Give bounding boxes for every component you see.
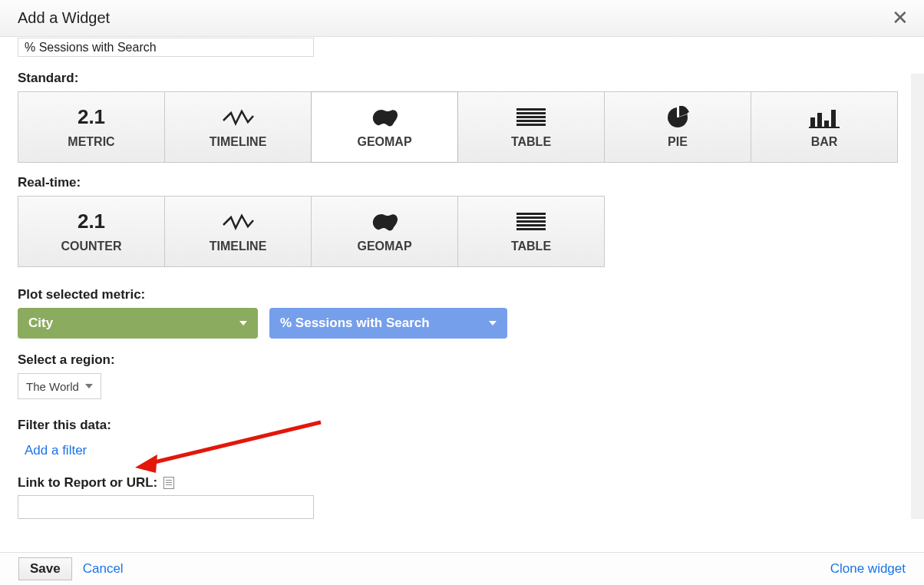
link-input[interactable] [18, 495, 314, 519]
realtime-timeline-button[interactable]: TIMELINE [164, 196, 312, 267]
svg-rect-14 [516, 220, 546, 223]
add-filter-link[interactable]: Add a filter [25, 443, 87, 458]
timeline-icon [222, 210, 254, 233]
metric-select[interactable]: % Sessions with Search [269, 308, 507, 339]
close-icon[interactable]: ✕ [886, 3, 915, 33]
dialog-header: Add a Widget ✕ [0, 0, 924, 37]
svg-marker-18 [135, 454, 157, 473]
dimension-select[interactable]: City [18, 308, 258, 339]
svg-rect-9 [824, 121, 829, 127]
realtime-label: Real-time: [18, 175, 906, 190]
dialog-content: Standard: 2.1METRIC TIMELINE GEOMAP TABL… [0, 37, 924, 552]
standard-metric-button[interactable]: 2.1METRIC [18, 91, 165, 163]
save-button[interactable]: Save [18, 557, 72, 580]
bar-icon [809, 106, 840, 129]
document-icon [163, 477, 174, 489]
realtime-row: 2.1COUNTER TIMELINE GEOMAP TABLE [18, 196, 906, 267]
plot-label: Plot selected metric: [18, 287, 906, 302]
widget-type-label: TABLE [511, 135, 551, 149]
realtime-geomap-button[interactable]: GEOMAP [311, 196, 458, 267]
cancel-link[interactable]: Cancel [83, 561, 124, 577]
svg-rect-7 [810, 117, 815, 127]
table-icon [516, 106, 546, 129]
dimension-value: City [28, 316, 53, 331]
svg-rect-0 [516, 108, 546, 111]
widget-type-label: BAR [811, 135, 838, 149]
svg-rect-15 [516, 224, 546, 226]
scrollbar[interactable] [911, 74, 924, 519]
realtime-table-button[interactable]: TABLE [457, 196, 605, 267]
standard-pie-button[interactable]: PIE [604, 91, 751, 163]
region-label: Select a region: [18, 352, 906, 368]
realtime-counter-button[interactable]: 2.1COUNTER [18, 196, 165, 267]
table-icon [516, 210, 546, 233]
timeline-icon [222, 106, 254, 129]
standard-label: Standard: [18, 71, 906, 86]
chevron-down-icon [489, 321, 497, 326]
geomap-icon [369, 106, 400, 129]
clone-widget-link[interactable]: Clone widget [830, 561, 906, 577]
svg-rect-12 [516, 213, 546, 215]
chevron-down-icon [239, 321, 247, 326]
svg-rect-10 [831, 110, 836, 127]
widget-type-label: TIMELINE [210, 240, 267, 253]
region-value: The World [26, 380, 79, 393]
dialog-footer: Save Cancel Clone widget [0, 552, 924, 585]
chevron-down-icon [85, 384, 93, 388]
region-select[interactable]: The World [18, 373, 101, 399]
widget-type-label: TABLE [511, 240, 551, 253]
widget-type-label: COUNTER [61, 240, 121, 253]
metric-icon: 2.1 [78, 210, 105, 233]
svg-rect-11 [809, 127, 840, 128]
standard-bar-button[interactable]: BAR [751, 91, 898, 163]
geomap-icon [369, 210, 400, 233]
plot-row: City % Sessions with Search [18, 308, 906, 339]
filter-label: Filter this data: [18, 418, 906, 433]
widget-type-label: METRIC [68, 135, 114, 149]
standard-row: 2.1METRIC TIMELINE GEOMAP TABLE PIE BAR [18, 91, 906, 163]
widget-type-label: PIE [668, 135, 688, 149]
svg-rect-3 [516, 120, 546, 122]
standard-table-button[interactable]: TABLE [457, 91, 605, 163]
svg-rect-4 [516, 124, 546, 126]
widget-type-label: TIMELINE [210, 135, 267, 149]
svg-rect-13 [516, 216, 546, 219]
svg-rect-8 [817, 113, 822, 127]
link-label: Link to Report or URL: [18, 475, 157, 491]
widget-type-label: GEOMAP [357, 240, 411, 253]
dialog-title: Add a Widget [18, 9, 110, 27]
metric-icon: 2.1 [78, 106, 105, 129]
svg-rect-1 [516, 112, 546, 114]
svg-rect-16 [516, 228, 546, 230]
standard-timeline-button[interactable]: TIMELINE [164, 91, 312, 163]
widget-title-input[interactable] [18, 38, 314, 57]
pie-icon [666, 106, 689, 129]
metric-value: % Sessions with Search [280, 316, 430, 331]
svg-rect-2 [516, 116, 546, 118]
standard-geomap-button[interactable]: GEOMAP [311, 91, 458, 163]
widget-type-label: GEOMAP [357, 135, 411, 149]
